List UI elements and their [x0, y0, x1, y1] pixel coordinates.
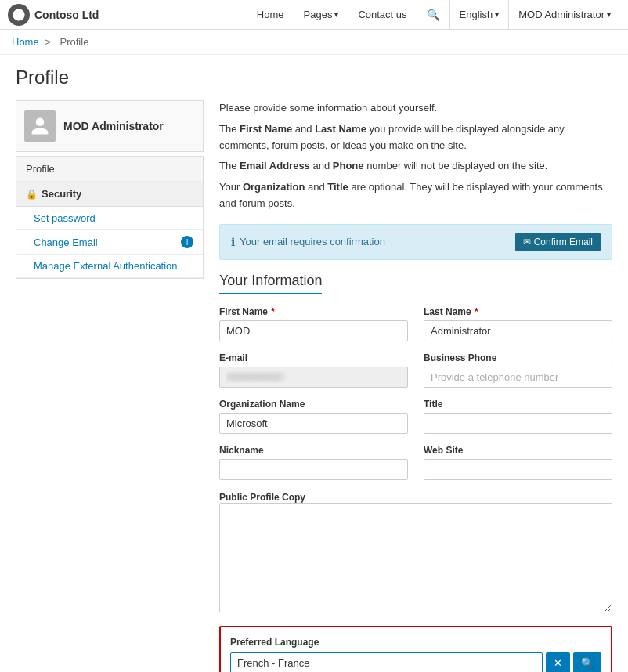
nav-links: Home Pages ▾ Contact us 🔍 English ▾ MOD …	[247, 0, 620, 30]
breadcrumb-home[interactable]: Home	[12, 36, 39, 48]
info-text-1: Please provide some information about yo…	[219, 100, 612, 117]
org-name-label: Organization Name	[219, 399, 408, 410]
language-search-button[interactable]: 🔍	[573, 652, 601, 672]
last-name-input[interactable]	[424, 320, 612, 341]
title-group: Title	[424, 399, 612, 434]
alert-info-icon: ℹ	[231, 236, 235, 248]
info-text-2: The First Name and Last Name you provide…	[219, 121, 612, 154]
preferred-language-label: Preferred Language	[230, 637, 601, 648]
first-name-group: First Name *	[219, 306, 408, 341]
sidebar-username: MOD Administrator	[63, 120, 164, 132]
last-name-group: Last Name *	[424, 306, 612, 341]
title-label: Title	[424, 399, 612, 410]
avatar	[24, 110, 56, 142]
breadcrumb: Home > Profile	[0, 30, 628, 55]
business-phone-label: Business Phone	[424, 352, 612, 363]
right-panel: Please provide some information about yo…	[219, 100, 612, 672]
nav-language[interactable]: English ▾	[450, 0, 510, 30]
language-input-row: ✕ 🔍	[230, 652, 601, 672]
first-name-label: First Name *	[219, 306, 408, 317]
email-phone-row: E-mail Business Phone	[219, 352, 612, 388]
confirm-email-button[interactable]: ✉ Confirm Email	[515, 233, 601, 251]
business-phone-group: Business Phone	[424, 352, 612, 388]
title-input[interactable]	[424, 413, 612, 434]
brand: Contoso Ltd	[8, 4, 99, 26]
alert-message: ℹ Your email requires confirmation	[231, 236, 385, 248]
change-email-info-icon: i	[181, 236, 193, 248]
business-phone-input[interactable]	[424, 367, 612, 388]
first-name-input[interactable]	[219, 320, 408, 341]
preferred-language-section: Preferred Language ✕ 🔍	[219, 626, 612, 672]
main-content: Profile MOD Administrator Profile 🔒 Secu…	[0, 55, 628, 672]
sidebar-security-header: 🔒 Security	[16, 182, 203, 207]
nickname-website-row: Nickname Web Site	[219, 445, 612, 480]
info-text-3: The Email Address and Phone number will …	[219, 158, 612, 175]
info-block: Please provide some information about yo…	[219, 100, 612, 212]
email-input[interactable]	[219, 367, 408, 388]
your-information-title: Your Information	[219, 273, 322, 294]
sidebar-user: MOD Administrator	[16, 100, 204, 152]
sidebar-item-set-password[interactable]: Set password	[16, 207, 203, 230]
search-icon: 🔍	[427, 0, 440, 30]
public-profile-textarea[interactable]	[219, 503, 612, 612]
nickname-group: Nickname	[219, 445, 408, 480]
breadcrumb-current: Profile	[60, 36, 89, 48]
nav-pages[interactable]: Pages ▾	[294, 0, 349, 30]
lock-icon: 🔒	[26, 189, 38, 200]
last-name-label: Last Name *	[424, 306, 612, 317]
your-information-section: Your Information First Name * Last Name …	[219, 273, 612, 672]
org-name-group: Organization Name	[219, 399, 408, 434]
public-profile-group: Public Profile Copy	[219, 491, 612, 615]
website-label: Web Site	[424, 445, 612, 456]
sidebar-menu: Profile 🔒 Security Set password Change E…	[16, 156, 204, 279]
nav-home[interactable]: Home	[247, 0, 294, 30]
email-group: E-mail	[219, 352, 408, 388]
top-nav: Contoso Ltd Home Pages ▾ Contact us 🔍 En…	[0, 0, 628, 30]
language-caret: ▾	[495, 0, 499, 30]
sidebar: MOD Administrator Profile 🔒 Security Set…	[16, 100, 204, 672]
brand-name: Contoso Ltd	[34, 9, 99, 21]
email-alert: ℹ Your email requires confirmation ✉ Con…	[219, 224, 612, 260]
sidebar-item-profile[interactable]: Profile	[16, 157, 203, 182]
nickname-input[interactable]	[219, 459, 408, 480]
nav-search[interactable]: 🔍	[417, 0, 450, 30]
email-label: E-mail	[219, 352, 408, 363]
public-profile-label: Public Profile Copy	[219, 492, 305, 503]
content-layout: MOD Administrator Profile 🔒 Security Set…	[16, 100, 612, 672]
nav-contact[interactable]: Contact us	[348, 0, 417, 30]
user-caret: ▾	[607, 0, 611, 30]
sidebar-item-external-auth[interactable]: Manage External Authentication	[16, 255, 203, 278]
website-group: Web Site	[424, 445, 612, 480]
page-title: Profile	[16, 67, 612, 89]
website-input[interactable]	[424, 459, 612, 480]
nav-user[interactable]: MOD Administrator ▾	[509, 0, 620, 30]
nickname-label: Nickname	[219, 445, 408, 456]
org-title-row: Organization Name Title	[219, 399, 612, 434]
info-text-4: Your Organization and Title are optional…	[219, 179, 612, 212]
breadcrumb-separator: >	[45, 36, 51, 48]
brand-logo	[8, 4, 30, 26]
name-row: First Name * Last Name *	[219, 306, 612, 341]
language-clear-button[interactable]: ✕	[546, 652, 570, 672]
language-input[interactable]	[230, 652, 543, 672]
pages-caret: ▾	[334, 0, 338, 30]
sidebar-item-change-email[interactable]: Change Email i	[16, 230, 203, 255]
org-name-input[interactable]	[219, 413, 408, 434]
